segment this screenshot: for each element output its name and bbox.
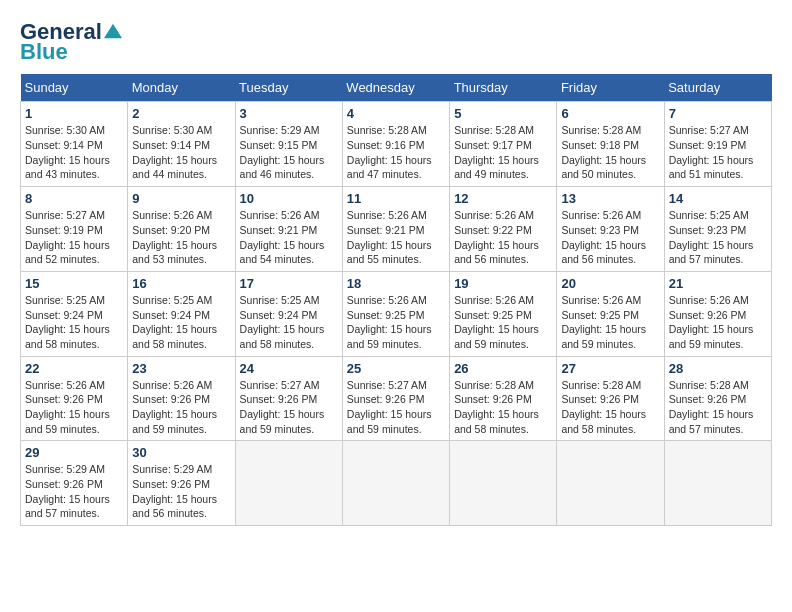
- logo-blue-text: Blue: [20, 40, 68, 64]
- day-info: Sunrise: 5:29 AMSunset: 9:26 PMDaylight:…: [25, 462, 123, 521]
- day-info: Sunrise: 5:26 AMSunset: 9:21 PMDaylight:…: [347, 208, 445, 267]
- day-number: 15: [25, 276, 123, 291]
- day-number: 14: [669, 191, 767, 206]
- day-number: 13: [561, 191, 659, 206]
- day-number: 23: [132, 361, 230, 376]
- day-number: 6: [561, 106, 659, 121]
- day-number: 4: [347, 106, 445, 121]
- week-row-5: 29Sunrise: 5:29 AMSunset: 9:26 PMDayligh…: [21, 441, 772, 526]
- day-cell: 27Sunrise: 5:28 AMSunset: 9:26 PMDayligh…: [557, 356, 664, 441]
- day-number: 27: [561, 361, 659, 376]
- day-cell: [450, 441, 557, 526]
- day-number: 24: [240, 361, 338, 376]
- day-number: 1: [25, 106, 123, 121]
- day-number: 29: [25, 445, 123, 460]
- day-number: 11: [347, 191, 445, 206]
- day-info: Sunrise: 5:26 AMSunset: 9:26 PMDaylight:…: [669, 293, 767, 352]
- day-info: Sunrise: 5:26 AMSunset: 9:26 PMDaylight:…: [25, 378, 123, 437]
- day-info: Sunrise: 5:28 AMSunset: 9:26 PMDaylight:…: [669, 378, 767, 437]
- day-info: Sunrise: 5:27 AMSunset: 9:19 PMDaylight:…: [25, 208, 123, 267]
- day-number: 12: [454, 191, 552, 206]
- weekday-header-friday: Friday: [557, 74, 664, 102]
- day-cell: 23Sunrise: 5:26 AMSunset: 9:26 PMDayligh…: [128, 356, 235, 441]
- day-number: 30: [132, 445, 230, 460]
- day-cell: 13Sunrise: 5:26 AMSunset: 9:23 PMDayligh…: [557, 187, 664, 272]
- day-cell: 8Sunrise: 5:27 AMSunset: 9:19 PMDaylight…: [21, 187, 128, 272]
- week-row-4: 22Sunrise: 5:26 AMSunset: 9:26 PMDayligh…: [21, 356, 772, 441]
- weekday-header-saturday: Saturday: [664, 74, 771, 102]
- day-info: Sunrise: 5:25 AMSunset: 9:24 PMDaylight:…: [240, 293, 338, 352]
- day-info: Sunrise: 5:26 AMSunset: 9:22 PMDaylight:…: [454, 208, 552, 267]
- day-cell: 18Sunrise: 5:26 AMSunset: 9:25 PMDayligh…: [342, 271, 449, 356]
- weekday-header-thursday: Thursday: [450, 74, 557, 102]
- day-info: Sunrise: 5:30 AMSunset: 9:14 PMDaylight:…: [132, 123, 230, 182]
- day-info: Sunrise: 5:28 AMSunset: 9:17 PMDaylight:…: [454, 123, 552, 182]
- day-info: Sunrise: 5:26 AMSunset: 9:23 PMDaylight:…: [561, 208, 659, 267]
- day-cell: [342, 441, 449, 526]
- day-info: Sunrise: 5:26 AMSunset: 9:25 PMDaylight:…: [561, 293, 659, 352]
- page-header: General Blue: [20, 20, 772, 64]
- day-info: Sunrise: 5:26 AMSunset: 9:21 PMDaylight:…: [240, 208, 338, 267]
- day-cell: 21Sunrise: 5:26 AMSunset: 9:26 PMDayligh…: [664, 271, 771, 356]
- day-cell: [235, 441, 342, 526]
- day-info: Sunrise: 5:27 AMSunset: 9:19 PMDaylight:…: [669, 123, 767, 182]
- day-cell: [664, 441, 771, 526]
- day-info: Sunrise: 5:27 AMSunset: 9:26 PMDaylight:…: [240, 378, 338, 437]
- weekday-header-sunday: Sunday: [21, 74, 128, 102]
- weekday-header-wednesday: Wednesday: [342, 74, 449, 102]
- day-info: Sunrise: 5:28 AMSunset: 9:26 PMDaylight:…: [454, 378, 552, 437]
- day-cell: 16Sunrise: 5:25 AMSunset: 9:24 PMDayligh…: [128, 271, 235, 356]
- day-info: Sunrise: 5:28 AMSunset: 9:18 PMDaylight:…: [561, 123, 659, 182]
- day-number: 20: [561, 276, 659, 291]
- day-info: Sunrise: 5:28 AMSunset: 9:16 PMDaylight:…: [347, 123, 445, 182]
- day-cell: 17Sunrise: 5:25 AMSunset: 9:24 PMDayligh…: [235, 271, 342, 356]
- weekday-header-monday: Monday: [128, 74, 235, 102]
- day-number: 22: [25, 361, 123, 376]
- day-number: 19: [454, 276, 552, 291]
- day-cell: 12Sunrise: 5:26 AMSunset: 9:22 PMDayligh…: [450, 187, 557, 272]
- day-cell: 19Sunrise: 5:26 AMSunset: 9:25 PMDayligh…: [450, 271, 557, 356]
- day-number: 21: [669, 276, 767, 291]
- calendar-table: SundayMondayTuesdayWednesdayThursdayFrid…: [20, 74, 772, 526]
- day-info: Sunrise: 5:25 AMSunset: 9:24 PMDaylight:…: [25, 293, 123, 352]
- day-cell: 15Sunrise: 5:25 AMSunset: 9:24 PMDayligh…: [21, 271, 128, 356]
- day-cell: 22Sunrise: 5:26 AMSunset: 9:26 PMDayligh…: [21, 356, 128, 441]
- day-info: Sunrise: 5:28 AMSunset: 9:26 PMDaylight:…: [561, 378, 659, 437]
- day-cell: 28Sunrise: 5:28 AMSunset: 9:26 PMDayligh…: [664, 356, 771, 441]
- day-cell: 5Sunrise: 5:28 AMSunset: 9:17 PMDaylight…: [450, 102, 557, 187]
- day-number: 18: [347, 276, 445, 291]
- day-cell: [557, 441, 664, 526]
- day-number: 10: [240, 191, 338, 206]
- day-cell: 11Sunrise: 5:26 AMSunset: 9:21 PMDayligh…: [342, 187, 449, 272]
- day-number: 9: [132, 191, 230, 206]
- svg-marker-0: [104, 24, 122, 38]
- day-info: Sunrise: 5:27 AMSunset: 9:26 PMDaylight:…: [347, 378, 445, 437]
- week-row-2: 8Sunrise: 5:27 AMSunset: 9:19 PMDaylight…: [21, 187, 772, 272]
- day-number: 3: [240, 106, 338, 121]
- day-info: Sunrise: 5:29 AMSunset: 9:15 PMDaylight:…: [240, 123, 338, 182]
- day-cell: 30Sunrise: 5:29 AMSunset: 9:26 PMDayligh…: [128, 441, 235, 526]
- logo-icon: [104, 22, 122, 40]
- weekday-header-tuesday: Tuesday: [235, 74, 342, 102]
- day-cell: 26Sunrise: 5:28 AMSunset: 9:26 PMDayligh…: [450, 356, 557, 441]
- day-number: 2: [132, 106, 230, 121]
- day-info: Sunrise: 5:26 AMSunset: 9:20 PMDaylight:…: [132, 208, 230, 267]
- day-cell: 25Sunrise: 5:27 AMSunset: 9:26 PMDayligh…: [342, 356, 449, 441]
- day-cell: 10Sunrise: 5:26 AMSunset: 9:21 PMDayligh…: [235, 187, 342, 272]
- logo: General Blue: [20, 20, 122, 64]
- day-number: 16: [132, 276, 230, 291]
- day-info: Sunrise: 5:30 AMSunset: 9:14 PMDaylight:…: [25, 123, 123, 182]
- day-info: Sunrise: 5:29 AMSunset: 9:26 PMDaylight:…: [132, 462, 230, 521]
- day-cell: 9Sunrise: 5:26 AMSunset: 9:20 PMDaylight…: [128, 187, 235, 272]
- day-number: 5: [454, 106, 552, 121]
- day-cell: 4Sunrise: 5:28 AMSunset: 9:16 PMDaylight…: [342, 102, 449, 187]
- day-cell: 7Sunrise: 5:27 AMSunset: 9:19 PMDaylight…: [664, 102, 771, 187]
- day-cell: 2Sunrise: 5:30 AMSunset: 9:14 PMDaylight…: [128, 102, 235, 187]
- day-number: 8: [25, 191, 123, 206]
- day-info: Sunrise: 5:26 AMSunset: 9:25 PMDaylight:…: [454, 293, 552, 352]
- week-row-3: 15Sunrise: 5:25 AMSunset: 9:24 PMDayligh…: [21, 271, 772, 356]
- day-info: Sunrise: 5:25 AMSunset: 9:24 PMDaylight:…: [132, 293, 230, 352]
- day-cell: 20Sunrise: 5:26 AMSunset: 9:25 PMDayligh…: [557, 271, 664, 356]
- day-number: 28: [669, 361, 767, 376]
- day-info: Sunrise: 5:26 AMSunset: 9:25 PMDaylight:…: [347, 293, 445, 352]
